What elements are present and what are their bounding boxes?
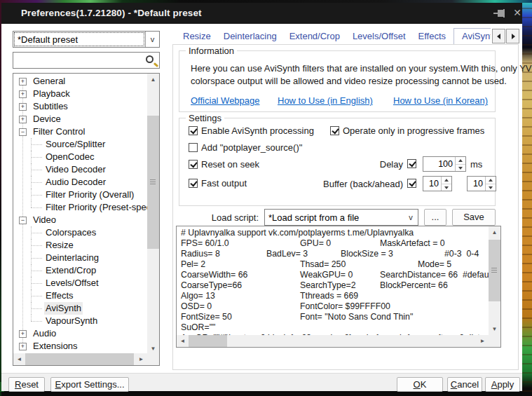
tab-avisynth[interactable]: AviSynth <box>453 28 491 44</box>
delay-spinner[interactable]: 100 <box>423 156 466 172</box>
tree-item-video[interactable]: −Video <box>13 214 147 226</box>
tree-item-filter-priority-overall-[interactable]: Filter Priority (Overall) <box>13 189 147 201</box>
export-settings-button[interactable]: Export Settings... <box>50 377 129 392</box>
buffer-ahead-value[interactable]: 10 <box>468 177 485 191</box>
how-to-use-english-link[interactable]: How to Use (in English) <box>278 95 373 106</box>
ok-button[interactable]: OK <box>397 377 443 392</box>
expand-icon[interactable]: + <box>19 343 27 350</box>
script-textarea[interactable]: # Uplavnyalka support vk.com/potplayerms… <box>176 226 501 348</box>
collapse-icon[interactable]: − <box>19 128 27 136</box>
tree-item-extensions[interactable]: +Extensions <box>13 340 147 353</box>
spin-up-icon[interactable] <box>456 157 465 164</box>
tab-resize[interactable]: Resize <box>178 29 216 44</box>
search-input[interactable] <box>13 52 160 69</box>
checkbox-icon[interactable] <box>189 160 198 169</box>
tree-hscrollbar-thumb[interactable] <box>25 353 134 365</box>
tree-item-audio-decoder[interactable]: Audio Decoder <box>13 176 147 189</box>
buffer-back-spinner[interactable]: 10 <box>423 176 452 191</box>
checkbox-icon[interactable] <box>407 179 416 188</box>
expand-icon[interactable]: + <box>19 90 27 98</box>
tree-item-video-decoder[interactable]: Video Decoder <box>13 163 147 176</box>
tree-item-playback[interactable]: +Playback <box>13 88 147 100</box>
close-icon[interactable]: ✕ <box>511 6 524 19</box>
checkbox-delay[interactable] <box>407 159 420 168</box>
spin-down-icon[interactable] <box>456 164 465 172</box>
expand-icon[interactable]: + <box>19 78 27 86</box>
checkbox-icon[interactable] <box>189 179 198 188</box>
checkbox-progressive-frames[interactable]: Operate only in progressive frames <box>330 125 484 136</box>
expand-icon[interactable]: + <box>19 116 27 123</box>
tree-item-general[interactable]: +General <box>13 75 147 88</box>
tree-item-deinterlacing[interactable]: Deinterlacing <box>13 252 147 264</box>
checkbox-icon[interactable] <box>189 143 198 152</box>
tab-extend-crop[interactable]: Extend/Crop <box>285 29 345 44</box>
reset-button[interactable]: Reset <box>8 377 45 392</box>
script-vertical-scrollbar[interactable]: ▲ ▼ <box>489 226 500 335</box>
spin-up-icon[interactable] <box>486 177 496 184</box>
preset-combobox[interactable]: *Default preset v <box>13 31 160 48</box>
tree-item-avisynth[interactable]: AviSynth <box>13 302 147 315</box>
tab-scroll-right-button[interactable] <box>506 29 519 43</box>
load-script-combobox[interactable]: *Load script from a file v <box>264 209 418 226</box>
how-to-use-korean-link[interactable]: How to Use (in Korean) <box>393 95 488 106</box>
checkbox-icon[interactable] <box>330 126 339 135</box>
expand-icon[interactable]: + <box>19 330 27 338</box>
checkbox-fast-output[interactable]: Fast output <box>189 178 247 189</box>
spin-down-icon[interactable] <box>486 184 496 191</box>
tree-item-opencodec[interactable]: OpenCodec <box>13 151 147 163</box>
tree-horizontal-scrollbar[interactable]: ◄ ► <box>13 353 147 365</box>
tree-item-filter-control[interactable]: −Filter Control <box>13 125 147 138</box>
tree-item-device[interactable]: +Device <box>13 113 147 125</box>
preset-dropdown-arrow-icon[interactable]: v <box>145 32 159 47</box>
tree-item-extend-crop[interactable]: Extend/Crop <box>13 264 147 277</box>
tree-item-resize[interactable]: Resize <box>13 239 147 252</box>
spin-down-icon[interactable] <box>442 184 451 191</box>
collapse-icon[interactable]: − <box>19 217 27 224</box>
tab-deinterlacing[interactable]: Deinterlacing <box>219 29 282 44</box>
scroll-right-icon[interactable]: ► <box>135 353 147 365</box>
delay-value[interactable]: 100 <box>423 157 455 171</box>
spin-up-icon[interactable] <box>442 177 451 184</box>
tree-item-levels-offset[interactable]: Levels/Offset <box>13 277 147 289</box>
checkbox-buffer[interactable] <box>407 179 420 188</box>
scroll-up-icon[interactable]: ▲ <box>147 74 159 86</box>
scroll-down-icon[interactable]: ▼ <box>489 323 500 335</box>
load-script-dropdown-arrow-icon[interactable]: v <box>404 210 418 225</box>
save-script-button[interactable]: Save <box>452 209 496 226</box>
tree-item-vapoursynth[interactable]: VapourSynth <box>13 315 147 327</box>
search-icon[interactable] <box>146 55 154 63</box>
checkbox-icon[interactable] <box>189 126 198 135</box>
checkbox-icon[interactable] <box>407 159 416 168</box>
checkbox-reset-on-seek[interactable]: Reset on seek <box>189 159 259 170</box>
expand-icon[interactable]: + <box>19 103 27 111</box>
tab-effects[interactable]: Effects <box>414 29 451 44</box>
checkbox-enable-avisynth[interactable]: Enable AviSynth processing <box>189 125 314 136</box>
tree-item-source-splitter[interactable]: Source/Splitter <box>13 138 147 151</box>
tab-scroll-left-button[interactable] <box>492 29 505 43</box>
scroll-right-icon[interactable]: ► <box>477 335 489 347</box>
scroll-left-icon[interactable]: ◄ <box>13 353 25 365</box>
checkbox-add-potplayer-source[interactable]: Add "potplayer_source()" <box>189 142 302 153</box>
tree-item-subtitles[interactable]: +Subtitles <box>13 100 147 113</box>
tree-item-effects[interactable]: Effects <box>13 289 147 302</box>
tree-item-colorspaces[interactable]: Colorspaces <box>13 226 147 239</box>
tab-levels-offset[interactable]: Levels/Offset <box>348 29 411 44</box>
pin-icon[interactable] <box>493 9 506 18</box>
script-scrollbar-thumb[interactable] <box>489 240 500 301</box>
apply-button[interactable]: Apply <box>485 377 520 392</box>
script-horizontal-scrollbar[interactable]: ◄ ► <box>177 335 489 347</box>
buffer-ahead-spinner[interactable]: 10 <box>467 176 496 191</box>
scroll-up-icon[interactable]: ▲ <box>489 226 500 238</box>
tree-vertical-scrollbar[interactable]: ▲ ▼ <box>147 74 159 355</box>
script-line-segment: Radius= 8 <box>181 249 220 259</box>
tree-item-audio[interactable]: +Audio <box>13 327 147 340</box>
scroll-left-icon[interactable]: ◄ <box>177 335 189 347</box>
script-hscrollbar-thumb[interactable] <box>189 335 227 347</box>
tree-scrollbar-thumb[interactable] <box>147 116 159 249</box>
title-bar[interactable]: Preferences(1.7.21280) - *Default preset… <box>1 3 522 24</box>
buffer-back-value[interactable]: 10 <box>423 177 441 191</box>
tree-item-filter-priority-preset-specific-[interactable]: Filter Priority (Preset-specific) <box>13 201 147 214</box>
cancel-button[interactable]: Cancel <box>447 377 482 392</box>
official-webpage-link[interactable]: Official Webpage <box>191 95 260 106</box>
browse-script-button[interactable]: ... <box>424 209 446 226</box>
